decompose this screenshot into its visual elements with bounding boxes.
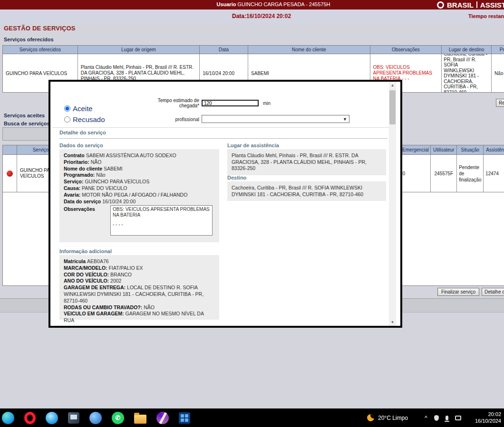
moon-icon: [367, 414, 374, 421]
col-header-data[interactable]: Data: [200, 46, 248, 54]
search-label: Busca de serviços: [4, 121, 50, 126]
field-value: GUINCHO PARA VEÍCULOS: [85, 179, 149, 184]
field-label: Causa:: [64, 185, 80, 191]
destination-cell: Cachoeira, Curitiba - PR, Brasil /// R. …: [442, 54, 492, 92]
scroll-down-icon[interactable]: ▼: [389, 319, 396, 326]
radio-row-aceite: Aceite: [64, 104, 93, 113]
field-value: FIAT/PALIO EX: [109, 265, 143, 271]
info-bar: Data:16/10/2024 20:02 Tiempo restante: [0, 9, 504, 23]
info-adicional-title: Informação adicional: [59, 248, 112, 254]
edge-browser-icon[interactable]: [2, 412, 14, 424]
blue-app-icon[interactable]: [46, 412, 58, 424]
field-value: BRANCO: [110, 272, 132, 277]
terminal-app-icon[interactable]: [68, 412, 79, 424]
field-label: Contrato: [64, 152, 85, 158]
situacao-cell: Pendente de finalização: [457, 155, 484, 192]
grid-app-icon[interactable]: [179, 412, 190, 424]
page-title: GESTÃO DE SERVIÇOS: [4, 25, 76, 32]
assistencia-cell: 12474: [484, 155, 504, 192]
aceite-radio[interactable]: [64, 105, 70, 112]
col-header-observacoes[interactable]: Observações: [370, 46, 442, 54]
detalhe-button[interactable]: Detalhe d: [482, 288, 504, 296]
browser-app-icon[interactable]: [89, 412, 102, 424]
tiempo-restante-label: Tiempo restante: [468, 13, 504, 19]
dados-panel: ContratoSABEMI ASSISTÊNCIA AUTO SODEXO P…: [59, 149, 219, 242]
taskbar-app-icons: ✆: [2, 408, 190, 427]
observacoes-line1: OBS: VEICULOS APRESENTA PROBLEMAS NA BAT…: [113, 207, 210, 218]
col-header-destino[interactable]: Lugar de destino: [442, 46, 492, 54]
destino-address: Cachoeira, Curitiba - PR, Brasil /// R. …: [232, 185, 363, 197]
col-header-servicos[interactable]: Serviços oferecidos: [3, 46, 78, 54]
observacoes-label: Observações: [64, 205, 110, 236]
clock-time: 20:02: [475, 411, 501, 418]
status-dot-icon: [7, 171, 13, 177]
col-header-status[interactable]: [3, 145, 17, 154]
opera-browser-icon[interactable]: [24, 412, 36, 424]
col-header-utilisateur[interactable]: Utilisateur: [431, 145, 457, 154]
field-label: Avaria:: [64, 192, 80, 198]
radio-row-recusado: Recusado: [64, 115, 105, 123]
tray-mic-icon[interactable]: [446, 416, 448, 420]
refresh-button[interactable]: Re: [496, 99, 504, 107]
eta-input[interactable]: [202, 100, 259, 106]
emergencial-cell: 0: [400, 155, 431, 192]
utilisateur-cell: 245575F: [431, 155, 457, 192]
brand-secondary-text: ASSIST: [480, 1, 504, 9]
brand-divider: [476, 1, 477, 8]
col-header-assistencia[interactable]: Assistência: [484, 145, 504, 154]
assistencia-address: Planta Cláudio Mehl, Pinhais - PR, Brasi…: [232, 152, 367, 171]
aceite-radio-label[interactable]: Aceite: [73, 104, 93, 113]
field-value: NÃO: [144, 304, 155, 310]
clock-widget[interactable]: 20:02 16/10/2024: [475, 411, 501, 424]
file-explorer-icon[interactable]: [134, 415, 146, 424]
usuario-text: Usuario GUINCHO CARGA PESADA - 245575H: [43, 1, 504, 7]
purple-app-icon[interactable]: [156, 412, 169, 424]
usuario-value: GUINCHO CARGA PESADA - 245575H: [238, 1, 330, 7]
field-label: Prioritario:: [64, 159, 89, 165]
tray-display-icon[interactable]: [455, 416, 461, 420]
field-value: 16/10/24 20:00: [102, 199, 136, 204]
field-label: RODAS OU CAMBIO TRAVADO?:: [64, 304, 142, 310]
profissional-select[interactable]: ▼: [202, 115, 349, 123]
modal-divider: [53, 127, 393, 128]
field-label: MARCA/MODELO:: [64, 265, 107, 271]
field-value: MOTOR NÃO PEGA / AFOGADO / FALHANDO: [82, 192, 187, 198]
field-label: VEICULO EM GARAGEM:: [64, 311, 124, 316]
field-label: Nome do cliente: [64, 166, 102, 171]
taskbar: ✆ 20°C Limpo ^ 20:02 16/10/2024: [0, 408, 504, 427]
col-header-profissional[interactable]: Pro: [492, 46, 504, 54]
service-detail-modal: × Aceite Recusado Tempo estimado de cheg…: [48, 80, 402, 328]
field-value: NÃO: [91, 159, 102, 165]
weather-widget[interactable]: 20°C Limpo: [367, 408, 408, 427]
recusado-radio-label[interactable]: Recusado: [73, 115, 105, 123]
weather-label: 20°C Limpo: [378, 415, 408, 421]
finalizar-servico-button[interactable]: Finalizar serviço: [437, 288, 479, 296]
clock-date: 16/10/2024: [475, 418, 501, 424]
field-value: PANE DO VEICULO: [82, 185, 127, 191]
lugar-assistencia-title: Lugar de assistência: [227, 142, 279, 148]
field-value: SABEMI ASSISTÊNCIA AUTO SODEXO: [86, 152, 176, 158]
scrollbar-thumb[interactable]: [389, 90, 396, 124]
brand-logo: BRASIL ASSIST: [437, 0, 504, 9]
observacoes-box[interactable]: OBS: VEICULOS APRESENTA PROBLEMAS NA BAT…: [110, 205, 213, 236]
col-header-cliente[interactable]: Nome do cliente: [248, 46, 370, 54]
date-display: Data:16/10/2024 20:02: [232, 13, 291, 19]
offered-table-header: Serviços oferecidos Lugar de origem Data…: [2, 45, 504, 54]
modal-scrollbar[interactable]: ▲ ▼: [389, 82, 396, 326]
destino-title: Destino: [227, 175, 246, 180]
scroll-up-icon[interactable]: ▲: [389, 82, 396, 89]
app-header-bar: Usuario GUINCHO CARGA PESADA - 245575H B…: [0, 0, 504, 9]
offered-section-label: Serviços oferecidos: [4, 37, 54, 42]
tray-chevron-icon[interactable]: ^: [425, 415, 427, 421]
field-label: ANO DO VEÍCULO:: [64, 278, 109, 284]
col-header-emergencial[interactable]: Emergencial: [400, 145, 431, 154]
system-tray: ^: [425, 408, 461, 427]
date-value: 16/10/2024 20:02: [246, 13, 291, 19]
col-header-situacao[interactable]: Situação: [457, 145, 484, 154]
lugar-assistencia-panel: Planta Cláudio Mehl, Pinhais - PR, Brasi…: [227, 149, 386, 175]
recusado-radio[interactable]: [64, 116, 70, 123]
tray-shield-icon[interactable]: [434, 415, 439, 421]
whatsapp-icon[interactable]: ✆: [112, 412, 124, 424]
desktop-screen: Usuario GUINCHO CARGA PESADA - 245575H B…: [0, 0, 504, 427]
col-header-origem[interactable]: Lugar de origem: [78, 46, 200, 54]
